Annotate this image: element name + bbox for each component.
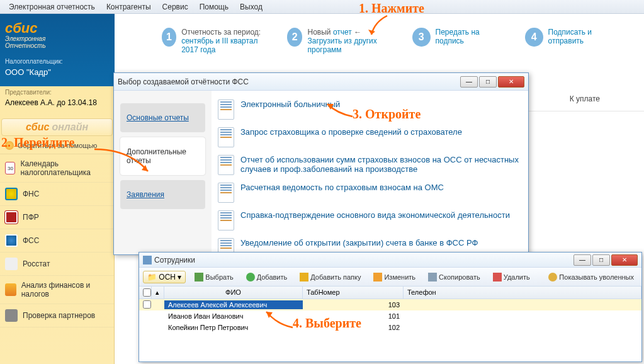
modal2-min-button[interactable]: — bbox=[573, 254, 591, 266]
help-link[interactable]: Обратиться за помощью bbox=[0, 137, 114, 154]
check-icon bbox=[5, 309, 18, 322]
modal2-close-button[interactable]: ✕ bbox=[611, 254, 638, 266]
modal1-min-button[interactable]: — bbox=[460, 76, 478, 88]
btn-edit[interactable]: Изменить bbox=[370, 271, 419, 283]
select-icon bbox=[195, 273, 203, 282]
menu-reporting[interactable]: Электронная отчетность bbox=[4, 1, 100, 13]
menu-exit[interactable]: Выход bbox=[235, 1, 268, 13]
btn-copy[interactable]: Скопировать bbox=[424, 271, 484, 283]
cell-fio: Алексеев Алексей Алексеевич bbox=[164, 300, 303, 309]
table-row[interactable]: Иванов Иван Иванович 101 bbox=[139, 310, 641, 322]
new-report-link[interactable]: отчет bbox=[333, 28, 352, 37]
add-folder-icon bbox=[300, 273, 308, 282]
col-checkbox[interactable] bbox=[139, 287, 152, 299]
cell-fio: Иванов Иван Иванович bbox=[164, 312, 303, 321]
modal1-close-button[interactable]: ✕ bbox=[498, 76, 524, 88]
modal2-title: Сотрудники bbox=[143, 256, 573, 264]
modal2-titlebar: Сотрудники — □ ✕ bbox=[139, 253, 641, 268]
add-icon bbox=[246, 273, 255, 282]
doc-icon bbox=[218, 127, 234, 147]
fin-icon bbox=[5, 283, 16, 296]
step4-link[interactable]: Подписать и отправить bbox=[548, 28, 592, 45]
menubar: Электронная отчетность Контрагенты Серви… bbox=[0, 0, 644, 14]
tab-applications[interactable]: Заявления bbox=[120, 180, 205, 209]
doc-icon bbox=[218, 183, 234, 203]
col-sort[interactable]: ▴ bbox=[152, 287, 164, 299]
folder-selector[interactable]: 📁 ОСН ▾ bbox=[143, 271, 186, 283]
nav-fin[interactable]: Анализ финансов и налогов bbox=[0, 276, 114, 304]
step-1: 1 Отчетность за период:сентябрь и III кв… bbox=[162, 28, 268, 54]
sidebar: Представители: Алексеев А.А. до 13.04.18… bbox=[0, 86, 115, 364]
modal1-titlebar: Выбор создаваемой отчётности ФСС — □ ✕ bbox=[114, 73, 528, 91]
payer-name: ООО "Кадр" bbox=[5, 67, 110, 77]
help-icon bbox=[5, 141, 14, 150]
col-phone[interactable]: Телефон bbox=[404, 287, 641, 299]
step2-new: Новый bbox=[307, 28, 332, 37]
cell-tel bbox=[404, 316, 641, 317]
cell-tel bbox=[404, 304, 641, 305]
nav-fns[interactable]: ФНС bbox=[0, 183, 114, 206]
step-num-2: 2 bbox=[287, 28, 302, 47]
col-tabnum[interactable]: ТабНомер bbox=[303, 287, 404, 299]
employees-header: ▴ ФИО ТабНомер Телефон bbox=[139, 287, 641, 299]
modal2-max-button[interactable]: □ bbox=[592, 254, 610, 266]
btn-delete[interactable]: Удалить bbox=[489, 271, 534, 283]
report-activity-cert[interactable]: Справка-подтверждение основного вида эко… bbox=[240, 210, 510, 220]
step3-link[interactable]: Передать на подпись bbox=[436, 28, 480, 45]
step2-load-link[interactable]: Загрузить из других программ bbox=[307, 37, 376, 54]
show-fired-icon bbox=[548, 273, 557, 282]
cell-tab: 101 bbox=[303, 312, 404, 321]
table-row[interactable]: Копейкин Петр Петрович 102 bbox=[139, 322, 641, 333]
step1-label: Отчетность за период: bbox=[181, 28, 261, 37]
menu-help[interactable]: Помощь bbox=[195, 1, 234, 13]
nav-rosstat[interactable]: Росстат bbox=[0, 253, 114, 276]
tab-to-pay[interactable]: К уплате bbox=[551, 89, 619, 108]
step-4: 4 Подписать и отправить bbox=[525, 28, 625, 47]
report-oss-usage[interactable]: Отчет об использовании сумм страховых вз… bbox=[240, 155, 522, 174]
sbis-online-button[interactable]: сбисонлайн bbox=[1, 118, 113, 136]
step1-period[interactable]: сентябрь и III квартал 2017 года bbox=[181, 37, 257, 54]
header-left: сбис ЭлектроннаяОтчетность Налогоплатель… bbox=[0, 14, 115, 83]
modal1-tabs: Основные отчеты Дополнительные отчеты За… bbox=[114, 91, 212, 254]
report-insurer-request[interactable]: Запрос страховщика о проверке сведений о… bbox=[240, 127, 462, 137]
rosstat-icon bbox=[5, 258, 18, 270]
btn-add-folder[interactable]: Добавить папку bbox=[296, 271, 364, 283]
copy-icon bbox=[428, 273, 437, 282]
modal1-max-button[interactable]: □ bbox=[479, 76, 497, 88]
pfr-icon bbox=[5, 211, 18, 224]
cell-tel bbox=[404, 327, 641, 328]
btn-select[interactable]: Выбрать bbox=[191, 271, 237, 283]
fns-icon bbox=[5, 188, 18, 200]
edit-icon bbox=[373, 273, 382, 282]
modal1-title: Выбор создаваемой отчётности ФСС bbox=[118, 77, 460, 86]
step-3: 3 Передать на подпись bbox=[412, 28, 506, 47]
table-row[interactable]: Алексеев Алексей Алексеевич 103 bbox=[139, 299, 641, 310]
nav-check[interactable]: Проверка партнеров bbox=[0, 304, 114, 327]
nav-calendar[interactable]: Календарь налогоплательщика bbox=[0, 154, 114, 183]
nav-pfr[interactable]: ПФР bbox=[0, 206, 114, 229]
modal-report-selection: Выбор создаваемой отчётности ФСС — □ ✕ О… bbox=[113, 72, 529, 255]
menu-counterparties[interactable]: Контрагенты bbox=[101, 1, 156, 13]
logo: сбис bbox=[5, 20, 110, 37]
payer-label: Налогоплательщик: bbox=[5, 58, 110, 65]
report-oms-sheet[interactable]: Расчетная ведомость по страховым взносам… bbox=[240, 183, 444, 192]
tab-extra-reports[interactable]: Дополнительные отчеты bbox=[120, 137, 205, 175]
fss-icon bbox=[5, 234, 18, 247]
col-fio[interactable]: ФИО bbox=[164, 287, 303, 299]
tab-main-reports[interactable]: Основные отчеты bbox=[120, 103, 205, 132]
step-num-1: 1 bbox=[162, 28, 176, 47]
modal1-list: Электронный больничный Запрос страховщик… bbox=[212, 91, 528, 254]
btn-show-fired[interactable]: Показывать уволенных bbox=[545, 271, 638, 283]
report-sick-leave[interactable]: Электронный больничный bbox=[240, 100, 340, 109]
cell-fio: Копейкин Петр Петрович bbox=[164, 323, 303, 332]
nav-fss[interactable]: ФСС bbox=[0, 229, 114, 253]
step-2: 2 Новый отчет ←Загрузить из других прогр… bbox=[287, 28, 393, 54]
report-account-notice[interactable]: Уведомление об открытии (закрытии) счета… bbox=[240, 238, 478, 247]
rep-name[interactable]: Алексеев А.А. до 13.04.18 bbox=[0, 98, 114, 107]
btn-add[interactable]: Добавить bbox=[242, 271, 291, 283]
cell-tab: 102 bbox=[303, 323, 404, 332]
step-num-3: 3 bbox=[412, 28, 430, 47]
menu-service[interactable]: Сервис bbox=[157, 1, 193, 13]
calendar-icon bbox=[5, 162, 15, 174]
row-checkbox[interactable] bbox=[143, 300, 151, 309]
